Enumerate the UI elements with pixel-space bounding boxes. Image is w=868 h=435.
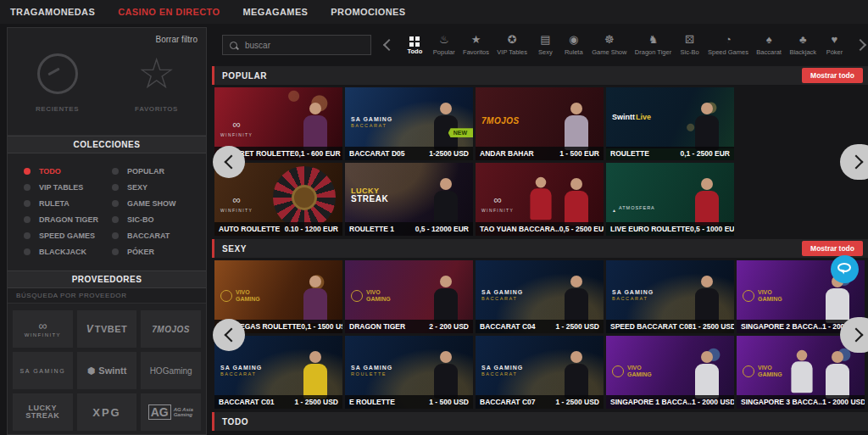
category-sexy[interactable]: ▤Sexy <box>535 34 555 56</box>
tile-caption: SPEED BACCARAT C081 - 2500 USD <box>606 320 734 333</box>
dealer-figure <box>563 178 590 226</box>
carousel-prev-button[interactable] <box>213 319 245 351</box>
game-tile-baccarat-c07[interactable]: SA GAMINGBACCARAT BACCARAT C071 - 2500 U… <box>476 336 604 409</box>
provider-tile-hogaming[interactable]: HOGaming <box>141 352 201 389</box>
collection-todo[interactable]: TODO <box>24 167 112 176</box>
collection-sexy[interactable]: SEXY <box>112 183 206 192</box>
collection-label: SPEED GAMES <box>39 231 95 240</box>
game-stakes: 1 - 2500 USD <box>556 322 600 331</box>
sidebar-quick-filters: Borrar filtro RECIENTES ☆ FAVORITOS <box>8 28 206 136</box>
game-tile-singapore-1-baccarat[interactable]: VIVO GAMING SINGAPORE 1 BACCA..1 - 2000 … <box>606 336 734 409</box>
game-stakes: 1 - 2500 USD <box>693 322 734 331</box>
tile-caption: DRAGON TIGER2 - 200 USD <box>345 320 473 333</box>
carousel-prev-button[interactable] <box>213 146 245 178</box>
collection-sic-bo[interactable]: SIC-BO <box>112 215 206 224</box>
category-favoritos[interactable]: ★Favoritos <box>463 34 489 56</box>
provider-tile-ag-asia-gaming[interactable]: AGAG Asia Gaming <box>141 393 201 431</box>
section-title: SEXY <box>222 244 247 254</box>
provider-tile-winfinity[interactable]: ∞WINFINITY <box>13 310 73 348</box>
category-todo[interactable]: Todo <box>404 36 425 55</box>
swintt-logo-icon: ⬢ <box>87 365 96 376</box>
collection-game-show[interactable]: GAME SHOW <box>112 199 206 208</box>
categories-prev-chevron-icon[interactable] <box>383 39 395 51</box>
provider-tile-sa-gaming[interactable]: SA GAMING <box>13 352 73 389</box>
carousel-next-button[interactable] <box>840 144 868 180</box>
collection-blackjack[interactable]: BLACKJACK <box>24 248 112 256</box>
collection-baccarat[interactable]: BACCARAT <box>112 231 206 240</box>
radio-dot <box>112 168 119 175</box>
category-ruleta[interactable]: ◉Ruleta <box>564 34 584 56</box>
radio-dot <box>112 232 119 239</box>
category-poker[interactable]: ♥Póker <box>824 34 844 56</box>
search-input[interactable] <box>243 40 364 51</box>
provider-sub-label: BACCARAT <box>612 296 648 301</box>
category-speed-games[interactable]: ◔Speed Games <box>708 34 748 56</box>
collection-ruleta[interactable]: RULETA <box>24 199 112 208</box>
provider-sub-label: BACCARAT <box>481 371 517 376</box>
game-stakes: 0,1 - 2500 EUR <box>680 149 730 158</box>
winfinity-logo-icon: ∞ <box>38 321 47 331</box>
clear-filter-link[interactable]: Borrar filtro <box>156 35 198 44</box>
category-baccarat[interactable]: ♠Baccarat <box>756 34 782 56</box>
collection-poker[interactable]: PÓKER <box>112 248 206 256</box>
carousel-next-button[interactable] <box>840 317 868 353</box>
category-popular[interactable]: ♨Popular <box>433 34 455 56</box>
collection-vip-tables[interactable]: VIP TABLES <box>24 183 112 192</box>
nav-promociones[interactable]: PROMOCIONES <box>331 7 405 17</box>
collection-popular[interactable]: POPULAR <box>112 167 206 176</box>
game-tile-baccarat-d05[interactable]: SA GAMINGBACCARAT NEW BACCARAT D051-2500… <box>345 87 473 160</box>
favorites-filter[interactable]: ☆ FAVORITOS <box>135 53 178 113</box>
wheel-icon: ☸ <box>604 34 615 46</box>
recents-filter[interactable]: RECIENTES <box>36 53 79 113</box>
collection-speed-games[interactable]: SPEED GAMES <box>24 231 112 240</box>
game-stakes: 0.10 - 1200 EUR <box>285 225 338 233</box>
provider-name: SA GAMING <box>220 365 262 371</box>
provider-sub-label: Live <box>636 113 651 121</box>
category-vip-tables[interactable]: ✪VIP Tables <box>497 34 527 56</box>
provider-name: VIVO GAMING <box>627 365 654 377</box>
tile-caption: LIVE EURO ROULETTE0,5 - 1000 EUR <box>606 222 734 236</box>
game-tile-speed-baccarat-c08[interactable]: SA GAMINGBACCARAT SPEED BACCARAT C081 - … <box>606 260 734 333</box>
collection-dragon-tiger[interactable]: DRAGON TIGER <box>24 215 112 224</box>
provider-name: WINFINITY <box>25 332 61 337</box>
provider-search-input[interactable]: BÚSQUEDA POR PROVEEDOR <box>8 288 206 304</box>
nav-casino-en-directo[interactable]: CASINO EN DIRECTO <box>118 7 220 17</box>
show-all-button[interactable]: Mostrar todo <box>802 241 863 256</box>
game-tile-dragon-tiger[interactable]: VIVO GAMING DRAGON TIGER2 - 200 USD <box>345 260 473 333</box>
game-tile-baccarat-c04[interactable]: SA GAMINGBACCARAT BACCARAT C041 - 2500 U… <box>476 260 604 333</box>
game-stakes: 0,5 - 12000 EUR <box>415 225 469 233</box>
provider-name: SA GAMING <box>351 116 392 122</box>
category-label: Favoritos <box>463 48 489 56</box>
provider-tile-xpg[interactable]: XPG <box>77 393 137 431</box>
provider-tile-lucky-streak[interactable]: LUCKY STREAK <box>13 393 73 431</box>
nav-tragamonedas[interactable]: TRAGAMONEDAS <box>10 7 95 17</box>
collection-label: TODO <box>39 167 61 176</box>
game-tile-andar-bahar[interactable]: 7MOJOS ANDAR BAHAR1 - 500 EUR <box>476 87 604 160</box>
radio-dot <box>24 184 31 191</box>
category-blackjack[interactable]: ♣Blackjack <box>789 34 816 56</box>
section-title: POPULAR <box>222 71 267 81</box>
provider-tile-7mojos[interactable]: 7MOJOS <box>141 310 201 348</box>
provider-tile-tvbet[interactable]: VTVBET <box>77 310 137 348</box>
search-box[interactable] <box>222 35 371 55</box>
show-all-button[interactable]: Mostrar todo <box>802 68 863 83</box>
collection-label: SEXY <box>127 183 147 192</box>
categories-next-chevron-icon[interactable] <box>854 39 866 51</box>
dealer-figure <box>432 178 459 226</box>
game-tile-e-roulette[interactable]: SA GAMINGROULETTE E ROULETTE1 - 500 USD <box>345 336 473 409</box>
chat-button[interactable] <box>831 255 859 283</box>
provider-sub-label: STREAK <box>351 194 388 204</box>
game-tile-roulette[interactable]: SwinttLive ROULETTE0,1 - 2500 EUR <box>606 87 734 160</box>
game-tile-roulette-1[interactable]: LUCKYSTREAK ROULETTE 10,5 - 12000 EUR <box>345 163 473 236</box>
category-game-show[interactable]: ☸Game Show <box>592 34 626 56</box>
collection-label: BLACKJACK <box>39 248 86 256</box>
game-tile-live-euro-roulette[interactable]: ATMOSFERA LIVE EURO ROULETTE0,5 - 1000 E… <box>606 163 734 236</box>
game-name: LIVE EURO ROULETTE <box>610 225 690 233</box>
nav-megagames[interactable]: MEGAGAMES <box>242 7 308 17</box>
tile-caption: ROULETTE0,1 - 2500 EUR <box>606 147 734 160</box>
game-tile-tao-yuan-baccarat[interactable]: WINFINITY TAO YUAN BACCARA..0,5 - 2500 E… <box>476 163 604 236</box>
category-sic-bo[interactable]: ⚄Sic-Bo <box>680 34 700 56</box>
provider-name: SA GAMING <box>481 289 523 295</box>
category-dragon-tiger[interactable]: ♞Dragon Tiger <box>635 34 671 56</box>
provider-tile-swintt[interactable]: ⬢Swintt <box>77 352 137 389</box>
